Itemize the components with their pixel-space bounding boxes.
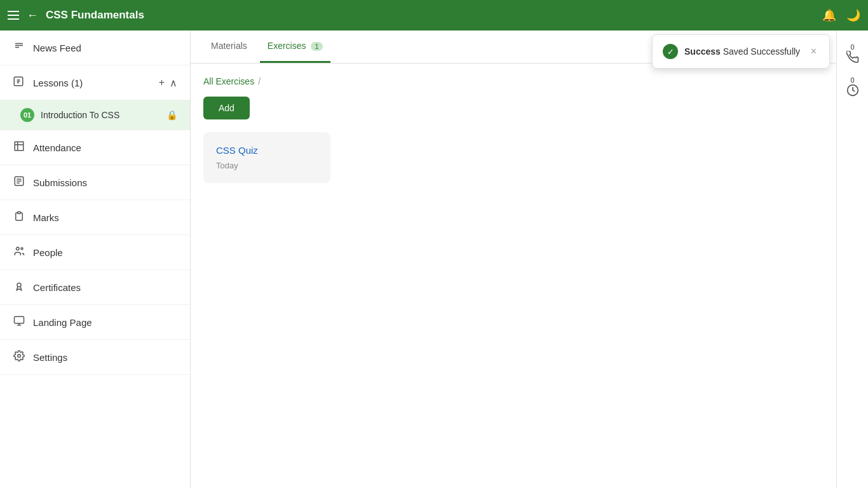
toast-notification: ✓ Success Saved Successfully × — [652, 34, 830, 69]
lessons-actions: + ∧ — [159, 77, 177, 89]
submissions-label: Submissions — [33, 177, 87, 188]
svg-rect-6 — [15, 316, 24, 323]
header-title: CSS Fundamentals — [46, 9, 144, 22]
toast-text: Success Saved Successfully — [684, 46, 802, 57]
tab-materials-label: Materials — [211, 41, 247, 51]
history-count: 0 — [850, 76, 854, 84]
lesson-number: 01 — [20, 108, 34, 122]
landing-page-label: Landing Page — [33, 317, 92, 328]
dark-mode-icon[interactable]: 🌙 — [846, 8, 860, 22]
lesson-lock-icon: 🔒 — [166, 110, 177, 120]
exercise-card[interactable]: CSS Quiz Today — [203, 132, 330, 183]
toast-message: Saved Successfully — [723, 46, 800, 57]
back-icon[interactable]: ← — [27, 9, 38, 22]
sidebar-item-certificates[interactable]: Certificates — [0, 270, 190, 305]
sidebar: News Feed Lessons (1) + ∧ 01 Introductio… — [0, 30, 191, 488]
lesson-name: Introduction To CSS — [41, 110, 166, 120]
settings-label: Settings — [33, 352, 67, 363]
marks-icon — [13, 210, 25, 224]
sidebar-item-people[interactable]: People — [0, 235, 190, 270]
exercise-title: CSS Quiz — [216, 145, 318, 156]
landing-page-icon — [13, 315, 25, 329]
sidebar-item-attendance[interactable]: Attendance — [0, 130, 190, 165]
lessons-icon — [13, 76, 25, 90]
svg-point-5 — [17, 283, 21, 287]
lessons-add-icon[interactable]: + — [159, 77, 165, 88]
tab-exercises-label: Exercises — [268, 41, 306, 51]
people-label: People — [33, 247, 63, 258]
content-area: Materials Exercises 1 All Exercises / Ad… — [191, 30, 836, 488]
attendance-label: Attendance — [33, 142, 81, 153]
content-body: All Exercises / Add CSS Quiz Today — [191, 64, 836, 488]
sidebar-item-landing-page[interactable]: Landing Page — [0, 305, 190, 340]
toast-close-button[interactable]: × — [808, 46, 819, 57]
breadcrumb-link[interactable]: All Exercises — [203, 76, 254, 86]
main-layout: News Feed Lessons (1) + ∧ 01 Introductio… — [0, 30, 868, 488]
sidebar-item-marks[interactable]: Marks — [0, 200, 190, 235]
svg-point-4 — [21, 248, 23, 250]
lessons-label: Lessons (1) — [33, 78, 159, 88]
svg-point-7 — [18, 355, 21, 358]
settings-icon — [13, 350, 25, 364]
lesson-item-intro-css[interactable]: 01 Introduction To CSS 🔒 — [0, 100, 190, 130]
news-feed-icon — [13, 41, 25, 55]
header-right: 🔔 🌙 — [822, 8, 860, 22]
header-left: ← CSS Fundamentals — [8, 9, 144, 22]
people-icon — [13, 245, 25, 259]
right-panel: 0 0 — [836, 30, 868, 488]
svg-point-3 — [17, 247, 20, 250]
tab-exercises-badge: 1 — [311, 42, 322, 51]
marks-label: Marks — [33, 212, 59, 223]
notification-icon[interactable]: 🔔 — [822, 8, 836, 22]
exercise-date: Today — [216, 161, 318, 170]
news-feed-label: News Feed — [33, 43, 81, 53]
tab-materials[interactable]: Materials — [203, 30, 255, 63]
svg-rect-2 — [18, 212, 21, 214]
certificates-icon — [13, 280, 25, 294]
sidebar-item-submissions[interactable]: Submissions — [0, 165, 190, 200]
right-panel-history-icon[interactable]: 0 — [841, 71, 864, 102]
toast-title: Success — [684, 46, 721, 57]
sidebar-item-lessons[interactable]: Lessons (1) + ∧ — [0, 65, 190, 100]
attendance-icon — [13, 140, 25, 154]
add-button[interactable]: Add — [203, 97, 250, 119]
submissions-icon — [13, 175, 25, 189]
sidebar-item-settings[interactable]: Settings — [0, 340, 190, 375]
lessons-collapse-icon[interactable]: ∧ — [170, 77, 177, 89]
right-panel-notification-icon[interactable]: 0 — [841, 38, 864, 69]
breadcrumb: All Exercises / — [203, 76, 824, 86]
certificates-label: Certificates — [33, 282, 81, 293]
top-header: ← CSS Fundamentals 🔔 🌙 — [0, 0, 868, 30]
tab-exercises[interactable]: Exercises 1 — [260, 30, 330, 63]
toast-success-icon: ✓ — [663, 44, 678, 59]
breadcrumb-separator: / — [258, 76, 261, 86]
notification-count: 0 — [850, 43, 854, 51]
hamburger-icon[interactable] — [8, 11, 19, 20]
sidebar-item-news-feed[interactable]: News Feed — [0, 30, 190, 65]
